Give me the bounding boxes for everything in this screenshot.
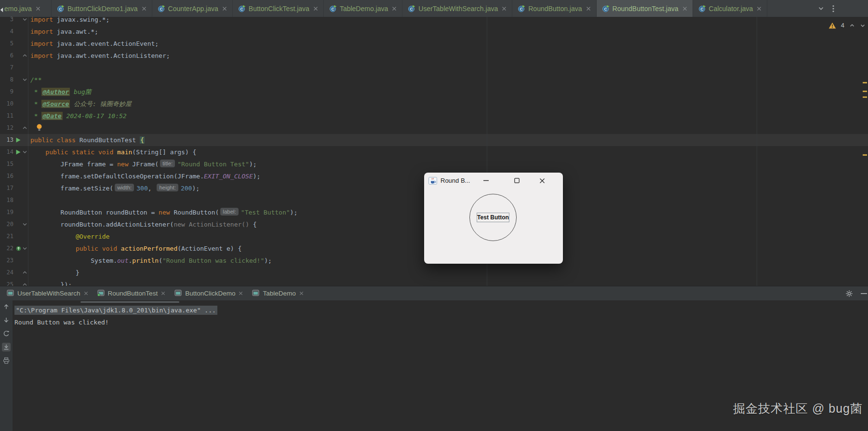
fold-marker-icon[interactable] [23, 78, 27, 82]
fold-marker-icon[interactable] [23, 246, 27, 251]
fold-marker-icon[interactable] [23, 222, 27, 227]
editor-tab-label: RoundButton.java [528, 5, 582, 13]
line-number: 14 [0, 146, 13, 158]
java-class-icon: C [698, 5, 706, 13]
next-warning-icon[interactable] [860, 23, 866, 28]
java-app-icon [428, 177, 437, 185]
editor-tab-RoundButtonTest-java[interactable]: CRoundButtonTest.java [597, 0, 693, 17]
close-tab-icon[interactable] [502, 6, 507, 11]
window-minimize-button[interactable] [480, 173, 492, 189]
hide-panel-icon[interactable] [861, 293, 867, 295]
warning-stripe-mark[interactable] [863, 154, 867, 156]
close-tab-icon[interactable] [299, 291, 304, 296]
svg-text:C: C [331, 6, 334, 11]
editor-tab-UserTableWithSearch-java[interactable]: CUserTableWithSearch.java [402, 0, 512, 17]
previous-warning-icon[interactable] [849, 23, 855, 28]
swing-window-titlebar[interactable]: Round B... [424, 173, 563, 189]
test-button[interactable]: Test Button [477, 213, 509, 222]
scroll-to-end-icon[interactable] [2, 343, 11, 351]
parameter-hint: title: [160, 160, 175, 167]
inspections-widget[interactable]: 4 [828, 22, 866, 29]
code-line-15: 15 JFrame frame = new JFrame(title:"Roun… [0, 158, 868, 170]
navigate-up-icon[interactable] [2, 302, 11, 311]
close-tab-icon[interactable] [239, 291, 243, 296]
code-line-9: 9 * @Author bug菌 [0, 86, 868, 98]
line-number: 3 [0, 17, 13, 26]
console-tab-icon [7, 290, 14, 297]
editor-tab-ButtonClickTest-java[interactable]: CButtonClickTest.java [233, 0, 324, 17]
warning-stripe-mark[interactable] [863, 96, 867, 98]
java-class-icon: C [238, 5, 246, 13]
code-text: System.out.println("Round Button was cli… [30, 255, 272, 267]
window-close-button[interactable] [536, 173, 548, 189]
close-tab-icon[interactable] [313, 6, 318, 11]
code-text: import java.awt.event.ActionListener; [30, 50, 170, 62]
java-class-icon: C [158, 5, 165, 13]
code-line-8: 8/** [0, 74, 868, 86]
warning-count: 4 [841, 22, 844, 29]
more-options-icon[interactable] [832, 5, 834, 13]
editor-tab-CounterApp-java[interactable]: CCounterApp.java [152, 0, 233, 17]
run-tab-UserTableWithSearch[interactable]: UserTableWithSearch [3, 286, 94, 300]
run-tab-RoundButtonTest[interactable]: RoundButtonTest [94, 286, 172, 300]
active-run-tab-underline [80, 301, 179, 303]
fold-marker-icon[interactable] [23, 150, 27, 154]
fold-marker-icon[interactable] [23, 283, 27, 286]
code-text: JFrame frame = new JFrame(title:"Round B… [30, 158, 257, 170]
line-number: 4 [0, 26, 13, 38]
intention-bulb-icon[interactable] [36, 124, 42, 131]
close-tab-icon[interactable] [392, 6, 397, 11]
close-tab-icon[interactable] [682, 6, 687, 11]
fold-marker-icon[interactable] [23, 54, 27, 58]
java-class-icon: C [329, 5, 337, 13]
line-number: 22 [0, 242, 13, 255]
run-gutter-button[interactable] [16, 149, 21, 155]
warning-stripe-mark[interactable] [863, 82, 867, 83]
editor-tab-RoundButton-java[interactable]: CRoundButton.java [512, 0, 596, 17]
tabs-list-dropdown-icon[interactable] [818, 5, 824, 12]
editor-tab-ButtonClickDemo1-java[interactable]: CButtonClickDemo1.java [52, 0, 152, 17]
svg-text:C: C [520, 6, 523, 11]
run-tab-label: RoundButtonTest [108, 290, 158, 297]
editor-tab-TableDemo-java[interactable]: CTableDemo.java [324, 0, 402, 17]
editor-tab-label: ButtonClickDemo1.java [67, 5, 138, 13]
close-tab-icon[interactable] [161, 291, 165, 296]
editor-tab-emo-java[interactable]: emo.java [0, 0, 52, 17]
settings-gear-icon[interactable] [845, 290, 853, 297]
fold-marker-icon[interactable] [23, 270, 27, 275]
run-panel-actions [845, 286, 867, 300]
svg-text:C: C [240, 6, 243, 11]
line-number: 21 [0, 230, 13, 242]
close-tab-icon[interactable] [36, 6, 40, 11]
tabs-scroll-left-indicator[interactable] [0, 6, 3, 14]
close-tab-icon[interactable] [757, 6, 761, 11]
rerun-icon[interactable] [2, 329, 11, 338]
console-line-text: Round Button was clicked! [14, 319, 109, 326]
close-tab-icon[interactable] [222, 6, 227, 11]
navigate-down-icon[interactable] [2, 316, 11, 324]
console-tab-icon [252, 290, 259, 297]
print-icon[interactable] [2, 356, 11, 365]
editor-tab-Calculator-java[interactable]: CCalculator.java [693, 0, 768, 17]
fold-marker-icon[interactable] [23, 126, 27, 130]
line-number: 6 [0, 50, 13, 62]
close-tab-icon[interactable] [142, 6, 147, 11]
line-number: 17 [0, 182, 13, 194]
close-tab-icon[interactable] [84, 291, 88, 296]
line-number: 25 [0, 279, 13, 286]
fold-marker-icon[interactable] [23, 17, 27, 22]
code-line-4: 4import java.awt.*; [0, 26, 868, 38]
code-line-14: 14 public static void main(String[] args… [0, 146, 868, 158]
overriding-method-icon[interactable] [16, 246, 21, 251]
run-tab-label: ButtonClickDemo [185, 290, 235, 297]
editor-tab-label: ButtonClickTest.java [249, 5, 309, 13]
swing-app-window[interactable]: Round B... Test Button [424, 173, 563, 264]
run-tab-TableDemo[interactable]: TableDemo [249, 286, 309, 300]
run-tool-window: UserTableWithSearchRoundButtonTestButton… [0, 286, 868, 431]
close-tab-icon[interactable] [586, 6, 591, 11]
run-tab-ButtonClickDemo[interactable]: ButtonClickDemo [171, 286, 249, 300]
line-number: 15 [0, 158, 13, 170]
warning-stripe-mark[interactable] [863, 91, 867, 92]
run-gutter-button[interactable] [16, 137, 21, 143]
window-maximize-button[interactable] [510, 173, 523, 189]
